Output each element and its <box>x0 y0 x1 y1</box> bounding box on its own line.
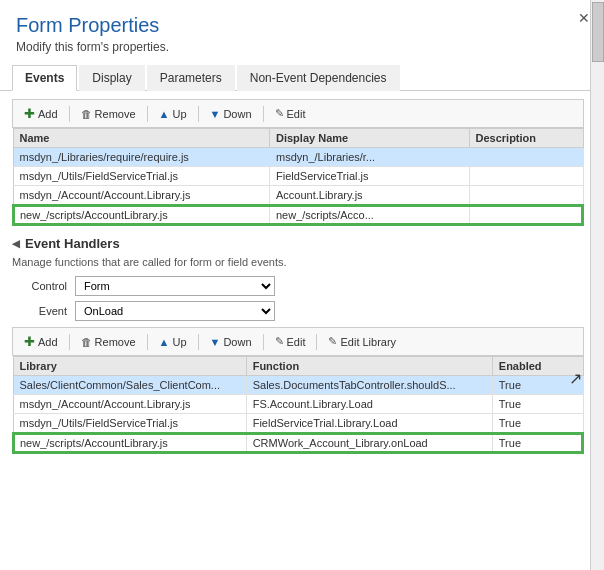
handler-col-function: Function <box>246 357 492 376</box>
lib-row-name: msdyn_/Account/Account.Library.js <box>13 186 270 206</box>
scrollbar-thumb[interactable] <box>592 2 604 62</box>
handler-row-library: new_/scripts/AccountLibrary.js <box>13 433 246 453</box>
tab-non-event-deps[interactable]: Non-Event Dependencies <box>237 65 400 91</box>
libraries-up-button[interactable]: ▲ Up <box>152 105 194 123</box>
sep1 <box>69 106 70 122</box>
handler-row-function: CRMWork_Account_Library.onLoad <box>246 433 492 453</box>
libraries-down-label: Down <box>223 108 251 120</box>
scrollbar[interactable] <box>590 0 604 570</box>
tab-parameters[interactable]: Parameters <box>147 65 235 91</box>
hsep1 <box>69 334 70 350</box>
control-label: Control <box>12 280 67 292</box>
table-row[interactable]: msdyn_/Account/Account.Library.jsAccount… <box>13 186 583 206</box>
table-row[interactable]: msdyn_/Utils/FieldServiceTrial.jsFieldSe… <box>13 414 583 434</box>
lib-row-name: msdyn_/Libraries/require/require.js <box>13 148 270 167</box>
handlers-table-header: Library Function Enabled <box>13 357 583 376</box>
lib-col-desc: Description <box>469 129 583 148</box>
libraries-remove-label: Remove <box>95 108 136 120</box>
event-select[interactable]: OnLoad <box>75 301 275 321</box>
lib-col-display: Display Name <box>270 129 470 148</box>
page-header: Form Properties Modify this form's prope… <box>0 8 604 64</box>
handler-row-enabled: True <box>492 395 583 414</box>
handler-row-library: msdyn_/Account/Account.Library.js <box>13 395 246 414</box>
libraries-add-label: Add <box>38 108 58 120</box>
handlers-remove-label: Remove <box>95 336 136 348</box>
handlers-edit-library-label: Edit Library <box>340 336 396 348</box>
lib-row-display: Account.Library.js <box>270 186 470 206</box>
handlers-down-icon: ▼ <box>210 336 221 348</box>
control-select[interactable]: Form <box>75 276 275 296</box>
libraries-up-label: Up <box>172 108 186 120</box>
lib-row-display: msdyn_/Libraries/r... <box>270 148 470 167</box>
lib-row-name: new_/scripts/AccountLibrary.js <box>13 205 270 225</box>
handler-row-enabled: True <box>492 414 583 434</box>
up-icon: ▲ <box>159 108 170 120</box>
handlers-table: Library Function Enabled Sales/ClientCom… <box>12 356 584 454</box>
table-row[interactable]: new_/scripts/AccountLibrary.jsCRMWork_Ac… <box>13 433 583 453</box>
libraries-remove-button[interactable]: 🗑 Remove <box>74 105 143 123</box>
tab-display[interactable]: Display <box>79 65 144 91</box>
hsep2 <box>147 334 148 350</box>
tab-content-events: ✚ Add 🗑 Remove ▲ Up ▼ Down ✎ Edit <box>0 99 604 454</box>
handlers-add-label: Add <box>38 336 58 348</box>
sep3 <box>198 106 199 122</box>
lib-row-desc <box>469 205 583 225</box>
libraries-edit-button[interactable]: ✎ Edit <box>268 104 313 123</box>
handlers-up-icon: ▲ <box>159 336 170 348</box>
handler-row-function: FieldServiceTrial.Library.Load <box>246 414 492 434</box>
page-container: Form Properties Modify this form's prope… <box>0 0 604 570</box>
cursor-indicator: ↗ <box>569 369 582 388</box>
handlers-up-button[interactable]: ▲ Up <box>152 333 194 351</box>
handlers-edit-lib-icon: ✎ <box>328 335 337 348</box>
page-title: Form Properties <box>16 14 588 37</box>
lib-row-desc <box>469 167 583 186</box>
handlers-add-button[interactable]: ✚ Add <box>17 331 65 352</box>
handlers-edit-icon: ✎ <box>275 335 284 348</box>
control-row: Control Form <box>12 276 584 296</box>
edit-icon: ✎ <box>275 107 284 120</box>
tabs-bar: Events Display Parameters Non-Event Depe… <box>0 64 604 91</box>
event-label: Event <box>12 305 67 317</box>
hsep4 <box>263 334 264 350</box>
handlers-remove-icon: 🗑 <box>81 336 92 348</box>
sep4 <box>263 106 264 122</box>
hsep3 <box>198 334 199 350</box>
handler-row-enabled: True <box>492 433 583 453</box>
hsep5 <box>316 334 317 350</box>
table-row[interactable]: msdyn_/Account/Account.Library.jsFS.Acco… <box>13 395 583 414</box>
handlers-down-button[interactable]: ▼ Down <box>203 333 259 351</box>
handlers-up-label: Up <box>172 336 186 348</box>
handler-row-function: Sales.DocumentsTabController.shouldS... <box>246 376 492 395</box>
libraries-edit-label: Edit <box>287 108 306 120</box>
lib-row-desc <box>469 148 583 167</box>
libraries-add-button[interactable]: ✚ Add <box>17 103 65 124</box>
event-handlers-section-header: ◀ Event Handlers <box>12 236 584 251</box>
handler-row-library: Sales/ClientCommon/Sales_ClientCom... <box>13 376 246 395</box>
remove-icon: 🗑 <box>81 108 92 120</box>
handlers-edit-label: Edit <box>287 336 306 348</box>
sep2 <box>147 106 148 122</box>
collapse-icon[interactable]: ◀ <box>12 238 20 249</box>
table-row[interactable]: msdyn_/Utils/FieldServiceTrial.jsFieldSe… <box>13 167 583 186</box>
down-icon: ▼ <box>210 108 221 120</box>
tab-events[interactable]: Events <box>12 65 77 91</box>
handlers-edit-button[interactable]: ✎ Edit <box>268 332 313 351</box>
table-row[interactable]: new_/scripts/AccountLibrary.jsnew_/scrip… <box>13 205 583 225</box>
handler-row-library: msdyn_/Utils/FieldServiceTrial.js <box>13 414 246 434</box>
event-handlers-desc: Manage functions that are called for for… <box>12 256 584 268</box>
table-row[interactable]: msdyn_/Libraries/require/require.jsmsdyn… <box>13 148 583 167</box>
handlers-remove-button[interactable]: 🗑 Remove <box>74 333 143 351</box>
lib-col-name: Name <box>13 129 270 148</box>
handlers-edit-library-button[interactable]: ✎ Edit Library <box>321 332 403 351</box>
page-subtitle: Modify this form's properties. <box>16 40 588 54</box>
libraries-table-header: Name Display Name Description <box>13 129 583 148</box>
handler-col-library: Library <box>13 357 246 376</box>
event-row: Event OnLoad <box>12 301 584 321</box>
table-row[interactable]: Sales/ClientCommon/Sales_ClientCom...Sal… <box>13 376 583 395</box>
handlers-down-label: Down <box>223 336 251 348</box>
libraries-toolbar: ✚ Add 🗑 Remove ▲ Up ▼ Down ✎ Edit <box>12 99 584 128</box>
lib-row-display: new_/scripts/Acco... <box>270 205 470 225</box>
libraries-down-button[interactable]: ▼ Down <box>203 105 259 123</box>
lib-row-display: FieldServiceTrial.js <box>270 167 470 186</box>
lib-row-desc <box>469 186 583 206</box>
